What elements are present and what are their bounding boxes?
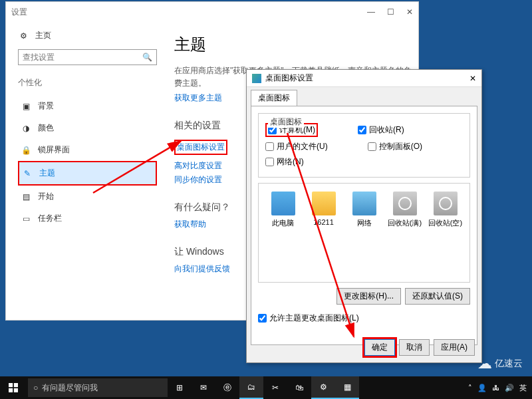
cortana-icon: ○: [33, 383, 38, 392]
change-icon-button[interactable]: 更改图标(H)...: [336, 288, 401, 305]
sidebar-item-label: 颜色: [38, 122, 54, 134]
section-label: 个性化: [18, 77, 157, 88]
svg-rect-5: [14, 388, 18, 392]
settings-sidebar: ⚙ 主页 🔍 个性化 ▣ 背景 ◑ 颜色 🔒 锁屏界面 ✎ 主题: [6, 22, 169, 320]
check-allow-themes[interactable]: 允许主题更改桌面图标(L): [258, 313, 470, 324]
dialog-title: 桌面图标设置: [265, 72, 313, 84]
ime-icon[interactable]: 英: [519, 383, 527, 393]
settings-app-icon[interactable]: ⚙: [311, 376, 335, 399]
dialog-panel: 桌面图标 计算机(M) 回收站(R) 用户的文件(U) 控制面板: [251, 106, 477, 345]
close-icon[interactable]: ✕: [469, 74, 476, 83]
start-button[interactable]: [0, 383, 27, 392]
group-label: 桌面图标: [268, 116, 304, 128]
close-icon[interactable]: ✕: [406, 7, 413, 17]
checkbox-userfiles[interactable]: [265, 142, 274, 151]
dialog-titlebar: 桌面图标设置 ✕: [247, 70, 481, 87]
checkbox-recycle[interactable]: [358, 126, 366, 134]
search-box[interactable]: 🔍: [18, 49, 157, 65]
dialog-buttons: 确定 取消 应用(A): [364, 339, 475, 356]
snip-icon[interactable]: ✂: [263, 376, 287, 399]
sidebar-item-taskbar[interactable]: ▭ 任务栏: [18, 207, 157, 229]
image-icon: ▣: [21, 102, 31, 111]
preview-network[interactable]: 网络: [346, 192, 382, 228]
preview-recycle-empty[interactable]: 回收站(空): [427, 192, 464, 228]
lock-icon: 🔒: [21, 146, 31, 155]
svg-rect-2: [9, 383, 13, 387]
preview-recycle-full[interactable]: 回收站(满): [386, 192, 423, 228]
ok-button[interactable]: 确定: [364, 339, 395, 356]
window-title: 设置: [11, 7, 27, 18]
maximize-icon[interactable]: ☐: [387, 7, 394, 17]
network-tray-icon[interactable]: 🖧: [492, 384, 499, 392]
desktop-icons-group: 桌面图标 计算机(M) 回收站(R) 用户的文件(U) 控制面板: [258, 113, 470, 178]
checkbox-network[interactable]: [265, 158, 274, 166]
home-link[interactable]: ⚙ 主页: [18, 30, 157, 41]
sidebar-item-label: 背景: [38, 100, 54, 112]
running-app-icon[interactable]: ▦: [335, 376, 359, 399]
sidebar-item-label: 开始: [38, 191, 54, 202]
icon-preview-area: 此电脑 16211 网络 回收站(满) 回收站(空): [258, 183, 470, 283]
preview-user-folder[interactable]: 16211: [305, 192, 342, 226]
search-hint: 有问题尽管问我: [42, 382, 98, 394]
minimize-icon[interactable]: —: [367, 7, 375, 17]
preview-this-pc[interactable]: 此电脑: [265, 192, 301, 228]
desktop-icon-settings-dialog: 桌面图标设置 ✕ 桌面图标 桌面图标 计算机(M) 回收站(R) 用户的文件(U: [246, 69, 482, 363]
check-network[interactable]: 网络(N): [265, 156, 304, 168]
start-icon: ▤: [21, 192, 31, 201]
folder-icon: [312, 192, 336, 215]
taskbar-icon: ▭: [21, 214, 31, 223]
taskbar-search[interactable]: ○ 有问题尽管问我: [28, 378, 168, 397]
check-recycle[interactable]: 回收站(R): [358, 123, 404, 137]
sidebar-item-themes[interactable]: ✎ 主题: [18, 161, 157, 186]
chevron-up-icon[interactable]: ˄: [468, 384, 472, 392]
system-tray: ˄ 👤 🖧 🔊 英: [468, 383, 532, 393]
dialog-tabs: 桌面图标: [247, 87, 481, 106]
tab-desktop-icons[interactable]: 桌面图标: [251, 90, 297, 106]
sidebar-item-label: 主题: [39, 168, 55, 179]
recycle-full-icon: [393, 192, 417, 215]
search-input[interactable]: [23, 53, 142, 62]
palette-icon: ◑: [21, 124, 31, 133]
taskbar-apps: ⊞ ✉ ⓔ 🗂 ✂ 🛍 ⚙ ▦: [168, 376, 359, 399]
restore-default-button[interactable]: 还原默认值(S): [405, 288, 470, 305]
watermark-text: 亿速云: [495, 358, 523, 370]
link-desktop-icon-settings[interactable]: 桌面图标设置: [174, 140, 227, 155]
cloud-icon: ☁: [477, 355, 492, 372]
sidebar-item-label: 任务栏: [38, 213, 62, 224]
taskbar: ○ 有问题尽管问我 ⊞ ✉ ⓔ 🗂 ✂ 🛍 ⚙ ▦ ˄ 👤 🖧 🔊 英: [0, 376, 532, 399]
checkbox-control-panel[interactable]: [368, 142, 376, 151]
sidebar-item-label: 锁屏界面: [38, 144, 70, 156]
recycle-empty-icon: [434, 192, 458, 215]
network-icon: [352, 192, 376, 215]
apply-button[interactable]: 应用(A): [434, 339, 475, 356]
store-icon[interactable]: 🛍: [287, 376, 311, 399]
people-icon[interactable]: 👤: [477, 384, 487, 392]
pc-icon: [271, 192, 295, 215]
taskview-icon[interactable]: ⊞: [168, 376, 192, 399]
page-title: 主题: [174, 34, 413, 55]
check-control-panel[interactable]: 控制面板(O): [368, 141, 422, 152]
check-userfiles[interactable]: 用户的文件(U): [265, 141, 328, 152]
sidebar-item-start[interactable]: ▤ 开始: [18, 186, 157, 207]
sidebar-item-background[interactable]: ▣ 背景: [18, 95, 157, 117]
brush-icon: ✎: [22, 169, 33, 178]
watermark: ☁ 亿速云: [477, 355, 523, 372]
sidebar-item-lockscreen[interactable]: 🔒 锁屏界面: [18, 139, 157, 161]
home-label: 主页: [35, 30, 51, 41]
checkbox-allow-themes[interactable]: [258, 314, 267, 323]
edge-icon[interactable]: ⓔ: [215, 376, 239, 399]
search-icon: 🔍: [142, 53, 152, 62]
svg-rect-4: [9, 388, 13, 392]
settings-titlebar: 设置 — ☐ ✕: [6, 2, 418, 22]
cancel-button[interactable]: 取消: [399, 339, 430, 356]
explorer-icon[interactable]: 🗂: [239, 376, 263, 399]
mail-icon[interactable]: ✉: [192, 376, 215, 399]
svg-rect-3: [14, 383, 18, 387]
gear-icon: ⚙: [18, 31, 29, 41]
dialog-app-icon: [252, 74, 261, 83]
volume-icon[interactable]: 🔊: [505, 384, 514, 392]
sidebar-item-colors[interactable]: ◑ 颜色: [18, 117, 157, 139]
window-controls: — ☐ ✕: [367, 7, 413, 17]
